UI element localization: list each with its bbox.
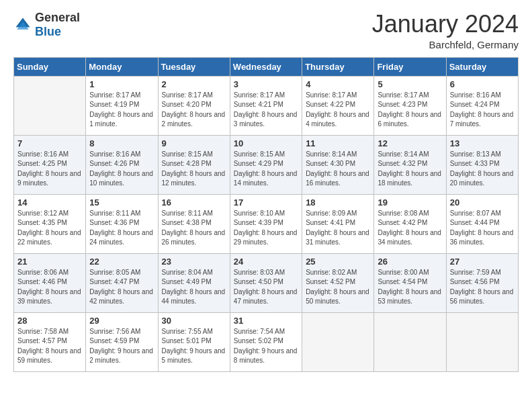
calendar-table: SundayMondayTuesdayWednesdayThursdayFrid… [13,57,519,372]
day-info: Sunrise: 8:06 AMSunset: 4:46 PMDaylight:… [17,268,82,307]
day-info: Sunrise: 8:17 AMSunset: 4:21 PMDaylight:… [234,91,298,130]
day-info: Sunrise: 8:16 AMSunset: 4:24 PMDaylight:… [450,91,515,130]
day-number: 5 [378,79,442,89]
day-number: 23 [162,257,226,267]
day-number: 25 [306,257,370,267]
day-info: Sunrise: 7:56 AMSunset: 4:59 PMDaylight:… [89,327,154,366]
day-number: 31 [234,316,298,326]
week-row-2: 14Sunrise: 8:12 AMSunset: 4:35 PMDayligh… [14,194,519,253]
day-number: 27 [450,257,515,267]
calendar-cell: 30Sunrise: 7:55 AMSunset: 5:01 PMDayligh… [158,312,230,371]
calendar-cell: 19Sunrise: 8:08 AMSunset: 4:42 PMDayligh… [374,194,446,253]
calendar-cell: 11Sunrise: 8:14 AMSunset: 4:30 PMDayligh… [302,135,374,194]
day-number: 29 [89,316,154,326]
calendar-cell: 7Sunrise: 8:16 AMSunset: 4:25 PMDaylight… [14,135,86,194]
weekday-header-saturday: Saturday [446,57,518,76]
day-number: 10 [234,138,298,148]
calendar-cell: 5Sunrise: 8:17 AMSunset: 4:23 PMDaylight… [374,76,446,135]
day-number: 7 [17,138,82,148]
calendar-cell: 17Sunrise: 8:10 AMSunset: 4:39 PMDayligh… [230,194,302,253]
day-number: 18 [306,197,370,208]
day-info: Sunrise: 8:05 AMSunset: 4:47 PMDaylight:… [89,268,154,307]
calendar-cell: 6Sunrise: 8:16 AMSunset: 4:24 PMDaylight… [446,76,518,135]
day-info: Sunrise: 7:58 AMSunset: 4:57 PMDaylight:… [17,327,82,366]
day-info: Sunrise: 8:17 AMSunset: 4:22 PMDaylight:… [306,91,370,130]
day-number: 6 [450,79,515,89]
weekday-header-wednesday: Wednesday [230,57,302,76]
day-info: Sunrise: 8:07 AMSunset: 4:44 PMDaylight:… [450,209,515,248]
calendar-cell [302,312,374,371]
day-info: Sunrise: 8:00 AMSunset: 4:54 PMDaylight:… [378,268,442,307]
day-number: 3 [234,79,298,89]
day-info: Sunrise: 8:09 AMSunset: 4:41 PMDaylight:… [306,209,370,248]
day-info: Sunrise: 8:10 AMSunset: 4:39 PMDaylight:… [234,209,298,248]
day-number: 28 [17,316,82,326]
calendar-cell: 23Sunrise: 8:04 AMSunset: 4:49 PMDayligh… [158,253,230,312]
title-block: January 2024 Barchfeld, Germany [372,11,519,50]
day-info: Sunrise: 8:11 AMSunset: 4:38 PMDaylight:… [162,209,226,248]
day-info: Sunrise: 8:16 AMSunset: 4:26 PMDaylight:… [89,150,154,189]
day-number: 30 [162,316,226,326]
day-info: Sunrise: 8:13 AMSunset: 4:33 PMDaylight:… [450,150,515,189]
calendar-cell: 25Sunrise: 8:02 AMSunset: 4:52 PMDayligh… [302,253,374,312]
day-info: Sunrise: 8:17 AMSunset: 4:23 PMDaylight:… [378,91,442,130]
calendar-cell: 13Sunrise: 8:13 AMSunset: 4:33 PMDayligh… [446,135,518,194]
day-number: 16 [162,197,226,208]
page: General Blue January 2024 Barchfeld, Ger… [0,0,532,411]
day-info: Sunrise: 8:14 AMSunset: 4:32 PMDaylight:… [378,150,442,189]
calendar-cell: 8Sunrise: 8:16 AMSunset: 4:26 PMDaylight… [86,135,158,194]
day-number: 2 [162,79,226,89]
day-number: 20 [450,197,515,208]
calendar-cell: 22Sunrise: 8:05 AMSunset: 4:47 PMDayligh… [86,253,158,312]
day-info: Sunrise: 8:02 AMSunset: 4:52 PMDaylight:… [306,268,370,307]
week-row-4: 28Sunrise: 7:58 AMSunset: 4:57 PMDayligh… [14,312,519,371]
day-info: Sunrise: 7:59 AMSunset: 4:56 PMDaylight:… [450,268,515,307]
day-info: Sunrise: 8:14 AMSunset: 4:30 PMDaylight:… [306,150,370,189]
week-row-1: 7Sunrise: 8:16 AMSunset: 4:25 PMDaylight… [14,135,519,194]
logo-text-general: General [35,11,80,24]
day-info: Sunrise: 8:17 AMSunset: 4:19 PMDaylight:… [89,91,154,130]
weekday-header-row: SundayMondayTuesdayWednesdayThursdayFrid… [14,57,519,76]
day-info: Sunrise: 8:17 AMSunset: 4:20 PMDaylight:… [162,91,226,130]
calendar-cell: 27Sunrise: 7:59 AMSunset: 4:56 PMDayligh… [446,253,518,312]
day-number: 26 [378,257,442,267]
day-number: 14 [17,197,82,208]
day-number: 11 [306,138,370,148]
day-number: 24 [234,257,298,267]
day-number: 21 [17,257,82,267]
day-info: Sunrise: 7:55 AMSunset: 5:01 PMDaylight:… [162,327,226,366]
day-number: 12 [378,138,442,148]
month-title: January 2024 [372,11,519,38]
calendar-cell: 20Sunrise: 8:07 AMSunset: 4:44 PMDayligh… [446,194,518,253]
calendar-cell: 21Sunrise: 8:06 AMSunset: 4:46 PMDayligh… [14,253,86,312]
calendar-cell [14,76,86,135]
calendar-cell: 1Sunrise: 8:17 AMSunset: 4:19 PMDaylight… [86,76,158,135]
day-number: 19 [378,197,442,208]
day-number: 1 [89,79,154,89]
day-number: 17 [234,197,298,208]
weekday-header-sunday: Sunday [14,57,86,76]
day-info: Sunrise: 8:11 AMSunset: 4:36 PMDaylight:… [89,209,154,248]
day-number: 22 [89,257,154,267]
calendar-cell: 16Sunrise: 8:11 AMSunset: 4:38 PMDayligh… [158,194,230,253]
logo-icon [13,15,32,34]
day-number: 15 [89,197,154,208]
calendar-cell: 2Sunrise: 8:17 AMSunset: 4:20 PMDaylight… [158,76,230,135]
logo: General Blue [13,11,80,39]
weekday-header-monday: Monday [86,57,158,76]
calendar-cell: 14Sunrise: 8:12 AMSunset: 4:35 PMDayligh… [14,194,86,253]
weekday-header-friday: Friday [374,57,446,76]
calendar-cell: 4Sunrise: 8:17 AMSunset: 4:22 PMDaylight… [302,76,374,135]
calendar-cell [446,312,518,371]
header: General Blue January 2024 Barchfeld, Ger… [13,11,519,50]
calendar-cell [374,312,446,371]
calendar-cell: 3Sunrise: 8:17 AMSunset: 4:21 PMDaylight… [230,76,302,135]
day-info: Sunrise: 8:03 AMSunset: 4:50 PMDaylight:… [234,268,298,307]
day-info: Sunrise: 8:12 AMSunset: 4:35 PMDaylight:… [17,209,82,248]
day-info: Sunrise: 8:15 AMSunset: 4:28 PMDaylight:… [162,150,226,189]
day-info: Sunrise: 8:15 AMSunset: 4:29 PMDaylight:… [234,150,298,189]
calendar-cell: 18Sunrise: 8:09 AMSunset: 4:41 PMDayligh… [302,194,374,253]
day-number: 8 [89,138,154,148]
calendar-cell: 9Sunrise: 8:15 AMSunset: 4:28 PMDaylight… [158,135,230,194]
calendar-cell: 29Sunrise: 7:56 AMSunset: 4:59 PMDayligh… [86,312,158,371]
